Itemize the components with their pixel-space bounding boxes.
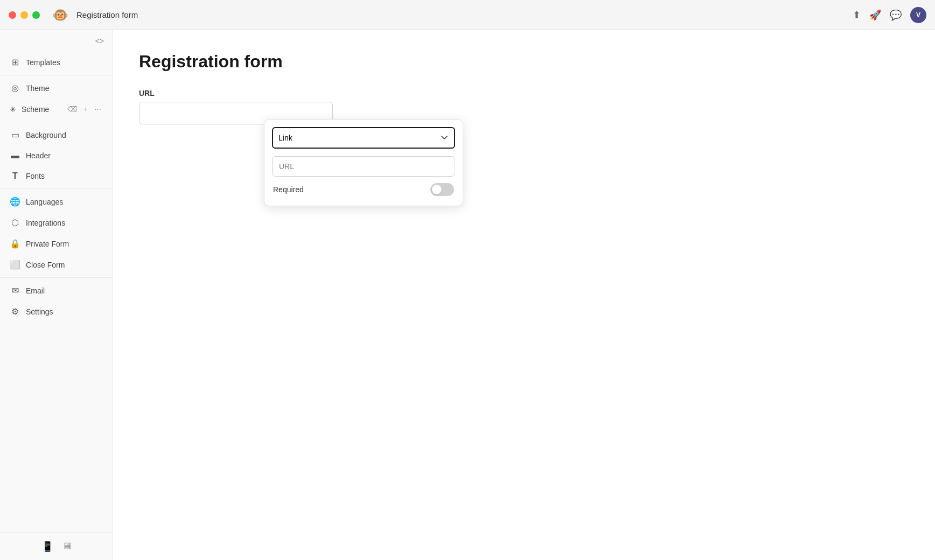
sidebar-item-background[interactable]: ▭ Background <box>0 124 113 145</box>
sidebar-label-settings: Settings <box>26 307 53 316</box>
sidebar-item-fonts[interactable]: T Fonts <box>0 166 113 186</box>
sidebar-item-private-form[interactable]: 🔒 Private Form <box>0 233 113 254</box>
main-layout: <> ⊞ Templates ◎ Theme ✳ Scheme ⌫ + <box>0 30 935 560</box>
sidebar-label-theme: Theme <box>26 84 50 93</box>
scheme-clear-icon[interactable]: ⌫ <box>66 104 79 114</box>
scheme-add-icon[interactable]: + <box>82 104 89 114</box>
titlebar: 🐵 Registration form ⬆ 🚀 💬 V <box>0 0 935 30</box>
settings-icon: ⚙ <box>10 306 20 317</box>
scheme-more-icon[interactable]: ⋯ <box>93 104 103 114</box>
integrations-icon: ⬡ <box>10 218 20 228</box>
maximize-button[interactable] <box>32 11 40 19</box>
sidebar-item-integrations[interactable]: ⬡ Integrations <box>0 212 113 233</box>
divider-2 <box>0 122 113 122</box>
languages-icon: 🌐 <box>10 197 20 207</box>
sidebar-label-private-form: Private Form <box>26 240 69 248</box>
close-form-icon: ⬜ <box>10 260 20 270</box>
traffic-lights <box>9 11 40 19</box>
app-logo: 🐵 <box>51 5 70 25</box>
sidebar-item-header[interactable]: ▬ Header <box>0 145 113 166</box>
titlebar-actions: ⬆ 🚀 💬 V <box>853 7 926 23</box>
sidebar-nav: ⊞ Templates ◎ Theme ✳ Scheme ⌫ + ⋯ <box>0 50 113 533</box>
required-label: Required <box>273 185 304 194</box>
email-icon: ✉ <box>10 285 20 296</box>
scheme-actions: ⌫ + ⋯ <box>66 104 103 114</box>
header-icon: ▬ <box>10 151 20 160</box>
private-form-icon: 🔒 <box>10 239 20 249</box>
content-area: Registration form URL Link Text Email Nu… <box>113 30 935 560</box>
sidebar-bottom: 📱 🖥 <box>0 533 113 560</box>
sidebar-label-scheme: Scheme <box>22 105 60 114</box>
divider-3 <box>0 188 113 189</box>
sidebar-label-fonts: Fonts <box>26 172 45 180</box>
sidebar-top: <> <box>0 30 113 50</box>
avatar[interactable]: V <box>910 7 926 23</box>
minimize-button[interactable] <box>20 11 28 19</box>
close-button[interactable] <box>9 11 16 19</box>
sidebar: <> ⊞ Templates ◎ Theme ✳ Scheme ⌫ + <box>0 30 113 560</box>
sidebar-label-close-form: Close Form <box>26 261 65 269</box>
sidebar-label-email: Email <box>26 286 45 295</box>
app-title: Registration form <box>76 10 846 19</box>
sidebar-label-background: Background <box>26 131 66 139</box>
background-icon: ▭ <box>10 130 20 140</box>
type-select[interactable]: Link Text Email Number Date <box>272 127 455 149</box>
rocket-icon[interactable]: 🚀 <box>869 9 881 21</box>
sidebar-item-theme[interactable]: ◎ Theme <box>0 78 113 99</box>
comment-icon[interactable]: 💬 <box>890 9 902 21</box>
sidebar-item-close-form[interactable]: ⬜ Close Form <box>0 254 113 275</box>
theme-icon: ◎ <box>10 83 20 93</box>
url-popup-input[interactable] <box>272 156 455 177</box>
sidebar-toggle-icon[interactable]: <> <box>95 37 104 45</box>
url-field-group: URL <box>139 89 909 124</box>
sidebar-label-templates: Templates <box>26 58 60 67</box>
divider-1 <box>0 75 113 75</box>
sidebar-item-templates[interactable]: ⊞ Templates <box>0 52 113 73</box>
sidebar-label-header: Header <box>26 151 51 160</box>
sidebar-label-integrations: Integrations <box>26 219 65 227</box>
sidebar-item-email[interactable]: ✉ Email <box>0 280 113 301</box>
fonts-icon: T <box>10 171 20 181</box>
required-toggle[interactable] <box>430 183 454 196</box>
page-title: Registration form <box>139 52 909 72</box>
sidebar-item-scheme[interactable]: ✳ Scheme ⌫ + ⋯ <box>0 99 113 120</box>
mobile-view-icon[interactable]: 📱 <box>41 541 53 552</box>
url-field-label: URL <box>139 89 909 97</box>
templates-icon: ⊞ <box>10 57 20 67</box>
toggle-knob <box>432 185 442 194</box>
field-type-popup: Link Text Email Number Date Required <box>264 119 463 206</box>
share-icon[interactable]: ⬆ <box>853 9 861 21</box>
sidebar-item-settings[interactable]: ⚙ Settings <box>0 301 113 322</box>
desktop-view-icon[interactable]: 🖥 <box>62 541 72 552</box>
sidebar-label-languages: Languages <box>26 198 63 206</box>
sidebar-item-languages[interactable]: 🌐 Languages <box>0 191 113 212</box>
divider-4 <box>0 277 113 278</box>
scheme-icon: ✳ <box>10 105 16 114</box>
required-row: Required <box>272 183 455 196</box>
